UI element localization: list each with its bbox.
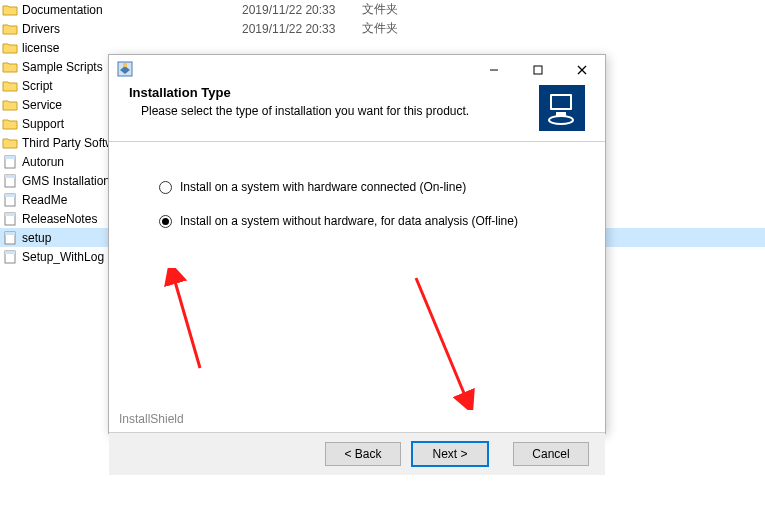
svg-rect-11 [5, 251, 15, 254]
dialog-titlebar [109, 55, 605, 85]
folder-icon [2, 60, 18, 74]
svg-point-21 [549, 116, 573, 124]
installshield-brand: InstallShield [119, 412, 184, 426]
file-icon [2, 174, 18, 188]
folder-icon [2, 22, 18, 36]
dialog-body: Install on a system with hardware connec… [109, 142, 605, 432]
file-type: 文件夹 [362, 20, 442, 37]
folder-icon [2, 117, 18, 131]
next-button[interactable]: Next > [411, 441, 489, 467]
file-icon [2, 231, 18, 245]
product-logo-icon [539, 85, 585, 131]
folder-icon [2, 41, 18, 55]
file-date: 2019/11/22 20:33 [242, 22, 362, 36]
file-name: Documentation [22, 3, 242, 17]
file-type: 文件夹 [362, 1, 442, 18]
svg-rect-1 [5, 156, 15, 159]
file-row[interactable]: Drivers2019/11/22 20:33文件夹 [0, 19, 765, 38]
radio-label: Install on a system without hardware, fo… [180, 214, 518, 228]
svg-rect-3 [5, 175, 15, 178]
radio-icon [159, 215, 172, 228]
radio-label: Install on a system with hardware connec… [180, 180, 466, 194]
file-name: Drivers [22, 22, 242, 36]
svg-rect-5 [5, 194, 15, 197]
dialog-footer: < Back Next > Cancel [109, 432, 605, 475]
radio-icon [159, 181, 172, 194]
back-button[interactable]: < Back [325, 442, 401, 466]
dialog-subtitle: Please select the type of installation y… [129, 104, 539, 118]
folder-icon [2, 3, 18, 17]
folder-icon [2, 79, 18, 93]
file-row[interactable]: Documentation2019/11/22 20:33文件夹 [0, 0, 765, 19]
file-icon [2, 250, 18, 264]
file-icon [2, 193, 18, 207]
svg-rect-7 [5, 213, 15, 216]
file-date: 2019/11/22 20:33 [242, 3, 362, 17]
folder-icon [2, 98, 18, 112]
dialog-title: Installation Type [129, 85, 539, 100]
close-button[interactable] [561, 57, 603, 83]
svg-rect-15 [534, 66, 542, 74]
svg-rect-19 [552, 96, 570, 108]
dialog-header: Installation Type Please select the type… [109, 85, 605, 141]
radio-option-offline[interactable]: Install on a system without hardware, fo… [159, 214, 575, 228]
folder-icon [2, 136, 18, 150]
maximize-button[interactable] [517, 57, 559, 83]
svg-rect-13 [123, 63, 127, 67]
installer-dialog: Installation Type Please select the type… [108, 54, 606, 434]
file-icon [2, 212, 18, 226]
installer-icon [117, 61, 133, 80]
minimize-button[interactable] [473, 57, 515, 83]
file-name: license [22, 41, 242, 55]
cancel-button[interactable]: Cancel [513, 442, 589, 466]
file-icon [2, 155, 18, 169]
radio-option-online[interactable]: Install on a system with hardware connec… [159, 180, 575, 194]
svg-rect-9 [5, 232, 15, 235]
